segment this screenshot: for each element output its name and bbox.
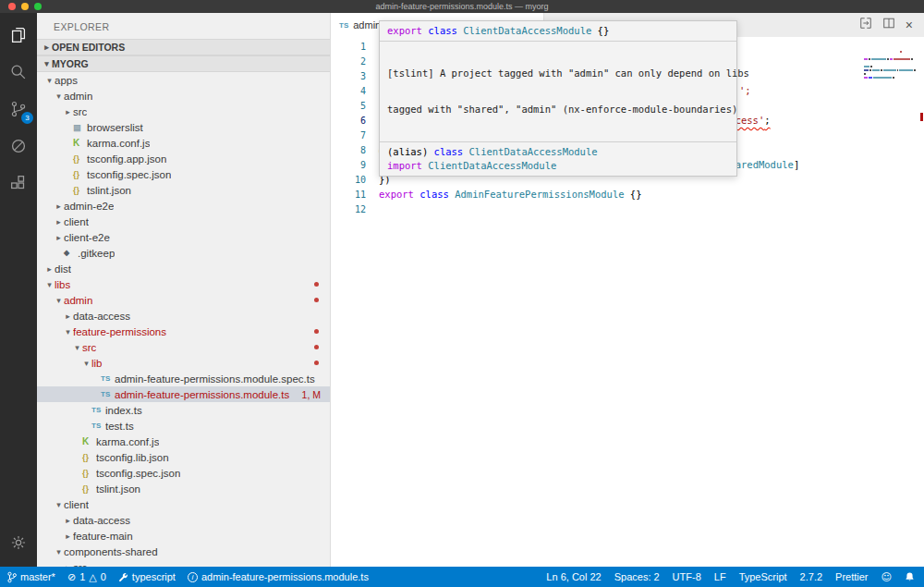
minimap-bar [872, 69, 880, 71]
overview-ruler[interactable] [919, 37, 924, 567]
tree-item-browserslist[interactable]: ▤browserslist [37, 119, 330, 135]
prettier-label: Prettier [835, 571, 868, 582]
tree-item-test.ts[interactable]: TStest.ts [37, 418, 330, 434]
info-icon: i [188, 572, 198, 582]
tree-item-src[interactable]: ▸src [37, 104, 330, 119]
minimap-bar [899, 69, 913, 71]
tree-item-client[interactable]: ▾client [37, 496, 330, 512]
tree-item-karma.conf.js[interactable]: Kkarma.conf.js [37, 434, 330, 449]
zoom-window-button[interactable] [34, 3, 42, 10]
code-token: '; [739, 85, 751, 96]
tree-expanded-arrow-icon: ▾ [54, 547, 64, 556]
tree-item-label: tsconfig.spec.json [87, 169, 171, 180]
tree-item-label: .gitkeep [78, 248, 115, 259]
open-changes-button[interactable] [859, 17, 872, 33]
code-line-12[interactable]: 12 [331, 202, 859, 216]
minimap-bar [864, 58, 868, 60]
minimize-window-button[interactable] [21, 3, 29, 10]
feedback-button[interactable]: ☺ [881, 571, 892, 583]
error-icon: ⊘ [67, 571, 76, 583]
close-window-button[interactable] [8, 3, 16, 10]
tree-item-client-e2e[interactable]: ▸client-e2e [37, 229, 330, 245]
tree-item-tsconfig.spec.json[interactable]: {}tsconfig.spec.json [37, 465, 330, 481]
activity-extensions-button[interactable] [0, 165, 37, 202]
status-bar: master* ⊘ 1 △ 0 typescript i admin-featu… [0, 567, 924, 587]
tree-item-libs[interactable]: ▾libs [37, 276, 330, 292]
tree-item-label: libs [55, 279, 70, 290]
minimap[interactable] [864, 39, 916, 83]
tree-item-admin-feature-permissions.module.spec.ts[interactable]: TSadmin-feature-permissions.module.spec.… [37, 371, 330, 386]
open-editors-header[interactable]: ▸ OPEN EDITORS [37, 39, 330, 55]
settings-button[interactable] [0, 524, 37, 561]
tree-item-lib[interactable]: ▾lib [37, 355, 330, 371]
split-editor-button[interactable] [882, 17, 895, 33]
activity-debug-button[interactable] [0, 128, 37, 165]
file-info-status[interactable]: i admin-feature-permissions.module.ts [188, 571, 369, 582]
activity-source-control-button[interactable]: 3 [0, 91, 37, 128]
code-token: class [428, 25, 457, 36]
line-number: 1 [331, 42, 366, 52]
tree-item-feature-main[interactable]: ▸feature-main [37, 528, 330, 544]
encoding-label: UTF-8 [673, 571, 701, 582]
tree-item-admin-e2e[interactable]: ▸admin-e2e [37, 198, 330, 214]
tree-item-src[interactable]: ▾src [37, 339, 330, 355]
line-number: 3 [331, 71, 366, 81]
tree-item-karma.conf.js[interactable]: Kkarma.conf.js [37, 135, 330, 151]
minimap-bar [869, 77, 872, 79]
indentation-indicator[interactable]: Spaces: 2 [614, 571, 660, 582]
workspace-header[interactable]: ▾ MYORG [37, 55, 330, 72]
tree-item-tslint.json[interactable]: {}tslint.json [37, 182, 330, 198]
tree-item-tslint.json[interactable]: {}tslint.json [37, 481, 330, 496]
tree-item-admin-feature-permissions.module.ts[interactable]: TSadmin-feature-permissions.module.ts1, … [37, 386, 330, 402]
git-branch-indicator[interactable]: master* [7, 571, 55, 583]
open-editors-label: OPEN EDITORS [52, 42, 125, 53]
window-title: admin-feature-permissions.module.ts — my… [0, 2, 924, 11]
tree-item-src[interactable]: ▸src [37, 559, 330, 567]
typescript-version[interactable]: 2.7.2 [800, 571, 822, 582]
tree-item-data-access[interactable]: ▸data-access [37, 512, 330, 528]
tree-item-admin[interactable]: ▾admin [37, 88, 330, 104]
tree-item-label: tslint.json [96, 483, 140, 495]
notifications-button[interactable] [905, 571, 915, 582]
hover-tooltip: export class ClientDataAccessModule {} [… [379, 20, 737, 177]
cursor-position[interactable]: Ln 6, Col 22 [546, 571, 601, 582]
editor-group: TS admin-feature-permissions.module.ts ×… [331, 13, 924, 567]
smiley-icon: ☺ [881, 571, 892, 583]
line-number: 10 [331, 175, 366, 185]
language-mode[interactable]: TypeScript [739, 571, 787, 582]
code-line-11[interactable]: 11export class AdminFeaturePermissionsMo… [331, 187, 859, 202]
tree-item-.gitkeep[interactable]: ◆.gitkeep [37, 245, 330, 261]
titlebar: admin-feature-permissions.module.ts — my… [0, 0, 924, 13]
problems-indicator[interactable]: ⊘ 1 △ 0 [67, 571, 106, 583]
tree-item-tsconfig.spec.json[interactable]: {}tsconfig.spec.json [37, 166, 330, 182]
tree-item-components-shared[interactable]: ▾components-shared [37, 544, 330, 559]
tree-item-tsconfig.app.json[interactable]: {}tsconfig.app.json [37, 151, 330, 166]
tree-item-apps[interactable]: ▾apps [37, 72, 330, 88]
activity-search-button[interactable] [0, 54, 37, 91]
json-file-icon: {} [73, 186, 87, 195]
tree-item-index.ts[interactable]: TSindex.ts [37, 402, 330, 418]
tree-item-feature-permissions[interactable]: ▾feature-permissions [37, 324, 330, 339]
eol-indicator[interactable]: LF [714, 571, 726, 582]
tree-item-data-access[interactable]: ▸data-access [37, 308, 330, 324]
prettier-status[interactable]: Prettier [835, 571, 868, 582]
close-editor-button[interactable]: × [906, 18, 913, 31]
tree-item-label: admin-feature-permissions.module.spec.ts [115, 373, 315, 385]
sidebar-title: EXPLORER [37, 13, 330, 39]
tree-item-admin[interactable]: ▾admin [37, 292, 330, 308]
tree-item-label: karma.conf.js [87, 138, 150, 149]
activity-explorer-button[interactable] [0, 17, 37, 54]
tree-item-dist[interactable]: ▸dist [37, 261, 330, 276]
minimap-bar [864, 66, 869, 67]
tslint-status[interactable]: typescript [118, 571, 176, 582]
karma-file-icon: K [73, 138, 87, 148]
tree-item-label: feature-permissions [73, 326, 166, 337]
encoding-indicator[interactable]: UTF-8 [673, 571, 701, 582]
tree-item-tsconfig.lib.json[interactable]: {}tsconfig.lib.json [37, 449, 330, 465]
tree-item-label: tsconfig.spec.json [96, 468, 180, 479]
tree-item-label: admin [64, 91, 92, 102]
line-number: 12 [331, 204, 366, 214]
tree-item-client[interactable]: ▸client [37, 214, 330, 229]
tslint-label: typescript [132, 571, 176, 582]
line-number: 2 [331, 56, 366, 67]
